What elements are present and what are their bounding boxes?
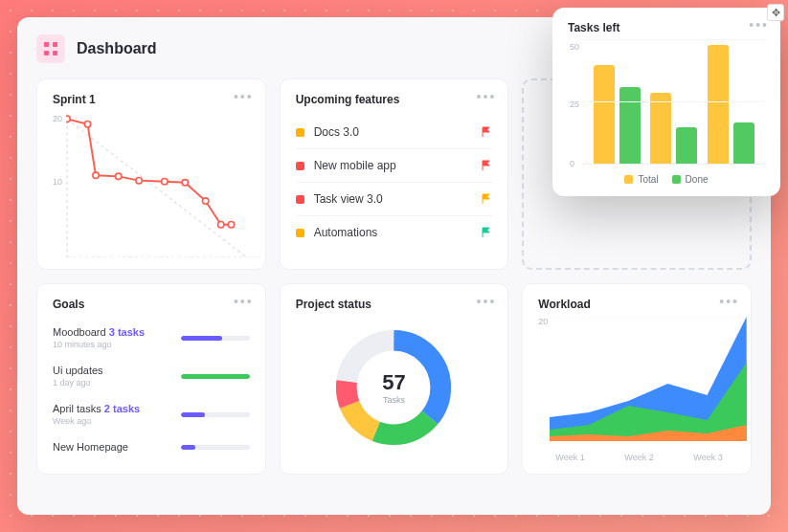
y-tick: 0 bbox=[570, 159, 574, 168]
x-label: Week 3 bbox=[693, 453, 722, 462]
status-dot bbox=[296, 162, 304, 170]
project-status-card: Project status ••• 57 Tasks bbox=[280, 283, 509, 475]
grid-icon bbox=[43, 41, 58, 56]
sprint-chart: 20 10 bbox=[53, 114, 250, 257]
goal-row[interactable]: Ui updates 1 day ago bbox=[53, 359, 250, 397]
svg-rect-2 bbox=[44, 51, 49, 55]
goal-meta: Week ago bbox=[53, 416, 140, 426]
goal-link[interactable]: 2 tasks bbox=[104, 403, 140, 414]
bar-done bbox=[676, 127, 697, 165]
sprint-card: Sprint 1 ••• 20 10 bbox=[36, 78, 266, 270]
feature-row[interactable]: Docs 3.0 bbox=[296, 116, 493, 149]
donut-label: Tasks bbox=[382, 395, 405, 405]
goal-name: New Homepage bbox=[53, 441, 128, 453]
goal-meta: 1 day ago bbox=[53, 378, 103, 388]
y-tick: 50 bbox=[570, 42, 579, 52]
app-logo bbox=[36, 34, 65, 63]
status-dot bbox=[296, 229, 304, 237]
svg-point-15 bbox=[218, 222, 224, 228]
bar-total bbox=[594, 65, 615, 165]
y-tick: 20 bbox=[53, 114, 62, 123]
card-menu-icon[interactable]: ••• bbox=[719, 294, 739, 309]
feature-row[interactable]: Task view 3.0 bbox=[296, 183, 493, 216]
feature-label: Task view 3.0 bbox=[314, 192, 383, 206]
feature-label: Automations bbox=[314, 226, 378, 239]
bar-total bbox=[650, 93, 671, 165]
tasks-left-chart bbox=[583, 40, 765, 165]
tasks-left-title: Tasks left bbox=[568, 21, 765, 34]
workload-card: Workload ••• 20 Week 1 Week 2 Week 3 bbox=[522, 283, 752, 475]
svg-point-14 bbox=[202, 198, 208, 204]
card-menu-icon[interactable]: ••• bbox=[234, 89, 254, 104]
card-menu-icon[interactable]: ••• bbox=[477, 89, 497, 104]
upcoming-title: Upcoming features bbox=[296, 93, 493, 106]
flag-icon[interactable] bbox=[481, 160, 492, 171]
feature-label: New mobile app bbox=[314, 159, 396, 172]
workload-chart: 20 Week 1 Week 2 Week 3 bbox=[538, 317, 735, 460]
status-dot bbox=[296, 128, 304, 137]
goal-name: Moodboard bbox=[53, 326, 106, 338]
upcoming-card: Upcoming features ••• Docs 3.0 New mobil… bbox=[280, 78, 509, 270]
goal-meta: 10 minutes ago bbox=[53, 340, 145, 349]
progress-bar bbox=[181, 336, 250, 341]
sprint-title: Sprint 1 bbox=[53, 93, 250, 106]
svg-point-16 bbox=[228, 222, 234, 228]
tasks-left-card[interactable]: ✥ Tasks left ••• 50 25 0 Total Done bbox=[552, 8, 780, 196]
flag-icon[interactable] bbox=[481, 227, 492, 238]
goal-name: Ui updates bbox=[53, 365, 103, 376]
feature-row[interactable]: Automations bbox=[296, 216, 493, 249]
progress-bar bbox=[181, 412, 250, 417]
svg-point-12 bbox=[162, 179, 168, 185]
legend-swatch bbox=[672, 175, 681, 184]
flag-icon[interactable] bbox=[481, 193, 492, 205]
progress-bar bbox=[181, 445, 250, 450]
card-menu-icon[interactable]: ••• bbox=[234, 294, 254, 309]
y-tick: 20 bbox=[538, 317, 548, 326]
page-title: Dashboard bbox=[77, 40, 157, 57]
flag-icon[interactable] bbox=[481, 126, 492, 138]
svg-rect-1 bbox=[53, 42, 57, 47]
x-label: Week 1 bbox=[555, 453, 584, 462]
goal-row[interactable]: April tasks 2 tasks Week ago bbox=[53, 397, 250, 435]
status-dot bbox=[296, 195, 304, 204]
svg-rect-3 bbox=[53, 51, 57, 55]
goals-card: Goals ••• Moodboard 3 tasks 10 minutes a… bbox=[36, 283, 266, 475]
svg-point-8 bbox=[84, 122, 90, 127]
donut-chart: 57 Tasks bbox=[296, 311, 493, 464]
goal-link[interactable]: 3 tasks bbox=[109, 326, 145, 338]
svg-point-7 bbox=[66, 116, 70, 122]
card-menu-icon[interactable]: ••• bbox=[749, 17, 769, 33]
legend-swatch bbox=[624, 175, 633, 184]
bar-done bbox=[733, 122, 754, 165]
svg-point-13 bbox=[182, 180, 188, 186]
workload-title: Workload bbox=[538, 298, 735, 311]
svg-point-9 bbox=[93, 172, 99, 178]
svg-point-10 bbox=[115, 173, 121, 179]
goal-name: April tasks bbox=[53, 403, 101, 414]
card-menu-icon[interactable]: ••• bbox=[477, 294, 497, 309]
legend-label: Done bbox=[686, 174, 709, 185]
donut-value: 57 bbox=[382, 370, 405, 395]
goal-row[interactable]: New Homepage bbox=[53, 435, 250, 462]
project-status-title: Project status bbox=[296, 298, 493, 311]
y-tick: 25 bbox=[570, 100, 579, 109]
progress-bar bbox=[181, 374, 250, 379]
bar-total bbox=[708, 45, 729, 165]
goal-row[interactable]: Moodboard 3 tasks 10 minutes ago bbox=[53, 321, 250, 359]
legend: Total Done bbox=[568, 174, 765, 185]
y-tick: 10 bbox=[53, 177, 62, 187]
goals-title: Goals bbox=[53, 298, 250, 311]
legend-label: Total bbox=[638, 174, 658, 185]
svg-line-6 bbox=[67, 119, 247, 257]
bar-done bbox=[619, 87, 641, 165]
svg-point-11 bbox=[136, 177, 142, 183]
feature-label: Docs 3.0 bbox=[314, 125, 359, 139]
x-label: Week 2 bbox=[624, 453, 653, 462]
feature-row[interactable]: New mobile app bbox=[296, 149, 493, 183]
svg-rect-0 bbox=[44, 42, 49, 47]
move-handle-icon[interactable]: ✥ bbox=[767, 4, 784, 21]
